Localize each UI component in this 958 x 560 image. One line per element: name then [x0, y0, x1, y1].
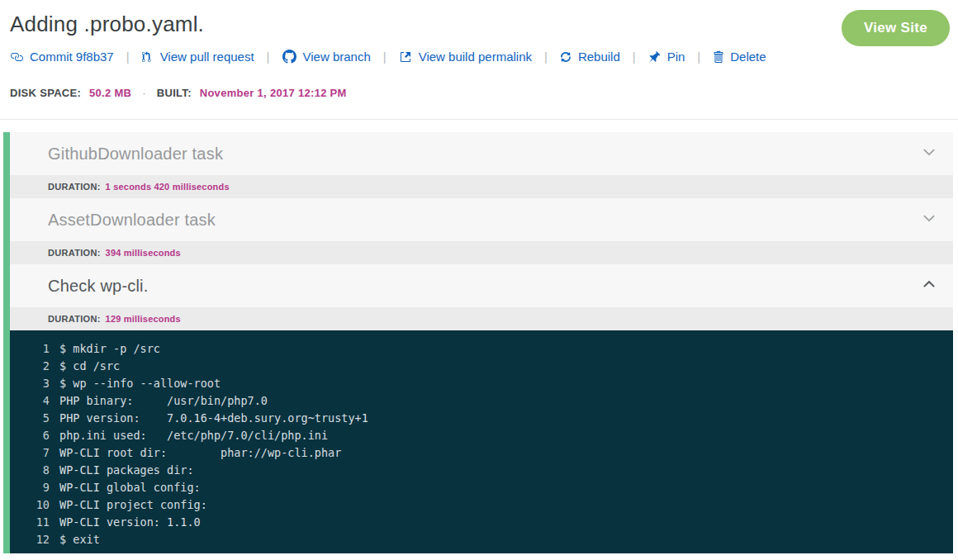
terminal-line-text: PHP binary: /usr/bin/php7.0: [50, 394, 268, 407]
terminal-output: 1$ mkdir -p /src2$ cd /src3$ wp --info -…: [10, 330, 953, 553]
terminal-line-number: 9: [10, 479, 50, 496]
view-pull-request-label: View pull request: [160, 50, 254, 64]
terminal-line-text: $ exit: [50, 533, 100, 546]
commit-link[interactable]: Commit 9f8b37: [10, 50, 114, 64]
task-githubdownloader: GithubDownloader task DURATION: 1 second…: [10, 132, 953, 198]
terminal-line: 1$ mkdir -p /src: [10, 340, 940, 358]
terminal-line-number: 3: [10, 375, 50, 392]
terminal-line: 10WP-CLI project config:: [10, 496, 940, 514]
terminal-line: 8WP-CLI packages dir:: [10, 462, 940, 479]
view-pull-request-link[interactable]: View pull request: [142, 50, 254, 64]
terminal-line: 2$ cd /src: [10, 358, 940, 375]
trash-icon: [713, 50, 723, 64]
built-value: November 1, 2017 12:12 PM: [200, 87, 347, 99]
pin-label: Pin: [667, 50, 685, 64]
task-title: AssetDownloader task: [48, 211, 922, 230]
terminal-line-number: 10: [10, 496, 50, 514]
task-duration-row: DURATION: 1 seconds 420 milliseconds: [10, 175, 953, 198]
view-build-permalink-label: View build permalink: [419, 50, 532, 64]
separator: |: [267, 50, 270, 64]
terminal-line: 11WP-CLI version: 1.1.0: [10, 514, 940, 531]
terminal-line: 3$ wp --info --allow-root: [10, 375, 940, 392]
terminal-line-number: 8: [10, 462, 50, 479]
terminal-line: 5PHP version: 7.0.16-4+deb.sury.org~trus…: [10, 410, 940, 427]
pull-request-icon: [142, 50, 154, 64]
rebuild-icon: [560, 50, 571, 64]
task-title: Check wp-cli.: [48, 277, 922, 296]
terminal-line: 9WP-CLI global config:: [10, 479, 940, 496]
terminal-line-text: $ mkdir -p /src: [50, 342, 160, 355]
terminal-line: 12$ exit: [10, 531, 940, 548]
chevron-down-icon: [922, 145, 937, 163]
separator: |: [383, 50, 387, 64]
duration-label: DURATION:: [48, 248, 101, 258]
view-branch-label: View branch: [303, 50, 371, 64]
terminal-line: 7WP-CLI root dir: phar://wp-cli.phar: [10, 444, 940, 462]
separator: |: [697, 50, 700, 64]
terminal-line-text: WP-CLI packages dir:: [50, 463, 194, 477]
terminal-line-number: 6: [10, 427, 50, 444]
build-header: Adding .probo.yaml. View Site Commit 9f8…: [0, 0, 958, 99]
duration-label: DURATION:: [48, 314, 101, 324]
terminal-line-number: 12: [10, 531, 50, 548]
terminal-line-number: 4: [10, 392, 50, 410]
task-header-assetdownloader[interactable]: AssetDownloader task: [10, 198, 953, 241]
rebuild-link[interactable]: Rebuild: [560, 50, 620, 64]
terminal-line-text: WP-CLI version: 1.1.0: [50, 515, 201, 529]
pin-link[interactable]: Pin: [648, 50, 685, 64]
terminal-line-text: $ cd /src: [50, 359, 120, 373]
task-title: GithubDownloader task: [48, 145, 922, 164]
task-list: GithubDownloader task DURATION: 1 second…: [3, 132, 953, 553]
chevron-up-icon: [922, 277, 937, 295]
duration-value: 394 milliseconds: [106, 248, 181, 258]
duration-value: 1 seconds 420 milliseconds: [106, 182, 230, 192]
task-header-githubdownloader[interactable]: GithubDownloader task: [10, 132, 953, 175]
external-link-icon: [399, 50, 412, 64]
build-meta: DISK SPACE: 50.2 MB · BUILT: November 1,…: [10, 87, 948, 99]
view-build-permalink-link[interactable]: View build permalink: [399, 50, 532, 64]
github-icon: [282, 50, 296, 64]
terminal-line-number: 2: [10, 358, 50, 375]
terminal-line-text: WP-CLI root dir: phar://wp-cli.phar: [50, 446, 341, 459]
terminal-line-text: WP-CLI project config:: [50, 498, 207, 511]
task-duration-row: DURATION: 394 milliseconds: [10, 241, 953, 264]
task-header-check-wp-cli[interactable]: Check wp-cli.: [10, 264, 953, 307]
separator: |: [633, 50, 636, 64]
duration-label: DURATION:: [48, 182, 101, 192]
terminal-line-number: 11: [10, 514, 50, 531]
terminal-line-text: PHP version: 7.0.16-4+deb.sury.org~trust…: [50, 411, 368, 425]
rebuild-label: Rebuild: [578, 50, 620, 64]
duration-value: 129 milliseconds: [106, 314, 181, 324]
terminal-line-number: 1: [10, 340, 50, 358]
task-duration-row: DURATION: 129 milliseconds: [10, 307, 953, 330]
terminal-line-number: 7: [10, 444, 50, 462]
view-branch-link[interactable]: View branch: [282, 50, 371, 64]
delete-link[interactable]: Delete: [713, 50, 766, 64]
terminal-line-number: 5: [10, 410, 50, 427]
separator: |: [544, 50, 548, 64]
terminal-line: 6php.ini used: /etc/php/7.0/cli/php.ini: [10, 427, 940, 444]
terminal-line-text: php.ini used: /etc/php/7.0/cli/php.ini: [50, 429, 328, 442]
terminal-line-text: WP-CLI global config:: [50, 481, 201, 494]
page-title: Adding .probo.yaml.: [10, 12, 948, 37]
task-assetdownloader: AssetDownloader task DURATION: 394 milli…: [10, 198, 953, 264]
delete-label: Delete: [730, 50, 766, 64]
meta-separator: ·: [142, 87, 146, 99]
disk-space-label: DISK SPACE:: [10, 87, 81, 99]
separator: |: [126, 50, 130, 64]
link-icon: [10, 50, 23, 64]
commit-link-label: Commit 9f8b37: [30, 50, 114, 64]
header-divider: [0, 119, 958, 120]
built-label: BUILT:: [157, 87, 192, 99]
pin-icon: [648, 50, 661, 64]
terminal-line: 4PHP binary: /usr/bin/php7.0: [10, 392, 940, 410]
chevron-down-icon: [922, 211, 937, 229]
build-actions: Commit 9f8b37 | View pull request | View…: [10, 50, 948, 64]
disk-space-value: 50.2 MB: [89, 87, 131, 99]
task-check-wp-cli: Check wp-cli. DURATION: 129 milliseconds…: [10, 264, 953, 553]
terminal-line-text: $ wp --info --allow-root: [50, 377, 221, 390]
view-site-button[interactable]: View Site: [842, 10, 950, 46]
